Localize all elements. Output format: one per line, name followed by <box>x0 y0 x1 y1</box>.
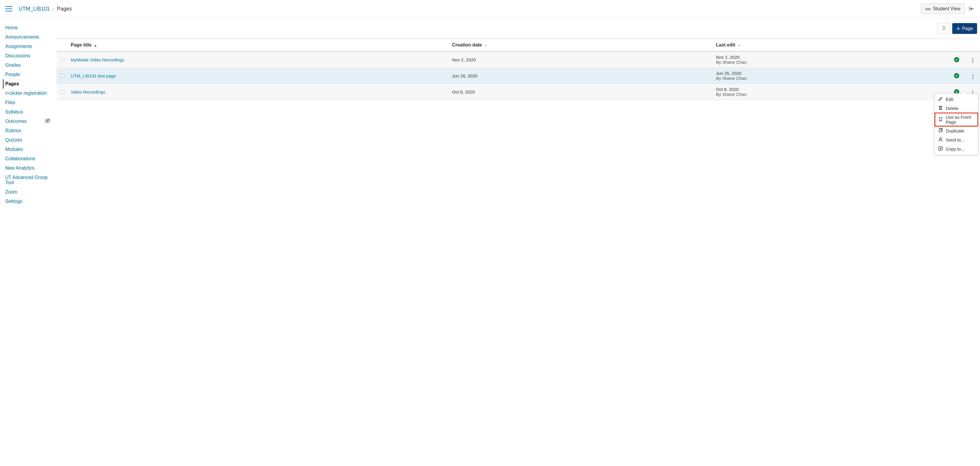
sidebar-item[interactable]: Collaborations <box>5 154 52 164</box>
sidebar-item[interactable]: Syllabus <box>5 107 52 117</box>
last-edit: Oct 8, 2020By Shane Chan <box>713 84 948 100</box>
sidebar-link[interactable]: Zoom <box>5 189 17 195</box>
trash-icon <box>938 105 943 111</box>
sidebar-item[interactable]: Grades <box>5 60 52 70</box>
page-title-link[interactable]: MyMedia Video Recordings <box>71 57 124 62</box>
sort-asc-icon: ▲ <box>94 44 97 47</box>
student-view-button[interactable]: Student View <box>921 3 965 14</box>
bookmark-icon <box>938 117 943 122</box>
sidebar-link[interactable]: Grades <box>5 62 21 68</box>
sidebar-link[interactable]: New Analytics <box>5 165 35 171</box>
sidebar-item[interactable]: Home <box>5 23 52 32</box>
context-menu-label: Duplicate <box>946 128 964 133</box>
sidebar-link[interactable]: Outcomes <box>5 119 27 124</box>
user-icon <box>938 137 943 143</box>
col-creation-label: Creation date <box>452 42 482 47</box>
context-menu-item[interactable]: Delete <box>935 104 978 113</box>
sidebar-item[interactable]: People <box>5 70 52 79</box>
duplicate-icon <box>938 128 943 134</box>
sidebar-link[interactable]: People <box>5 72 20 77</box>
svg-rect-3 <box>939 129 942 132</box>
breadcrumb-course-link[interactable]: UTM_LIB101 <box>19 6 50 12</box>
pages-table-wrap: Page title ▲ Creation date ▼ Last edit ▼ <box>57 38 980 100</box>
sidebar-item[interactable]: i>clicker registration <box>5 89 52 98</box>
row-checkbox[interactable] <box>60 90 64 94</box>
col-page-title-label: Page title <box>71 42 92 47</box>
context-menu-label: Edit <box>946 97 953 102</box>
row-checkbox[interactable] <box>60 57 64 61</box>
pages-table: Page title ▲ Creation date ▼ Last edit ▼ <box>57 39 980 100</box>
header-actions: Student View <box>921 3 975 14</box>
col-last-edit-label: Last edit <box>716 42 735 47</box>
sort-indicator-icon: ▼ <box>484 44 487 47</box>
sidebar-link[interactable]: Assignments <box>5 44 32 49</box>
sidebar-item[interactable]: Assignments <box>5 42 52 51</box>
col-last-edit[interactable]: Last edit ▼ <box>713 39 948 51</box>
sidebar-item[interactable]: Rubrics <box>5 126 52 135</box>
sidebar-link[interactable]: Announcements <box>5 35 39 40</box>
sidebar-item[interactable]: Zoom <box>5 188 52 197</box>
page-header: UTM_LIB101 › Pages Student View <box>0 0 980 18</box>
context-menu-item[interactable]: Send to... <box>935 135 978 145</box>
published-check-icon[interactable] <box>954 57 959 62</box>
add-page-button[interactable]: Page <box>952 23 977 34</box>
content-area: Page Page title ▲ Creation date ▼ <box>52 18 980 212</box>
breadcrumb-separator: › <box>52 6 54 11</box>
sidebar-link[interactable]: Pages <box>5 81 19 86</box>
page-title-link[interactable]: Video Recordings <box>71 89 105 94</box>
table-row: UTM_LIB101 test pageJun 26, 2020Jun 26, … <box>57 68 980 84</box>
student-view-label: Student View <box>933 6 961 11</box>
sidebar-item[interactable]: UT Advanced Group Tool <box>5 173 52 188</box>
sidebar-link[interactable]: Syllabus <box>5 109 23 115</box>
sidebar-link[interactable]: Home <box>5 25 18 30</box>
row-context-menu: EditDeleteUse as Front PageDuplicateSend… <box>934 93 978 155</box>
sidebar-link[interactable]: Discussions <box>5 53 30 59</box>
col-actions <box>966 39 980 51</box>
add-page-label: Page <box>962 26 973 31</box>
row-menu-button[interactable] <box>970 73 975 80</box>
copy-icon <box>938 146 943 152</box>
context-menu-item[interactable]: Edit <box>935 95 978 104</box>
sidebar-link[interactable]: Files <box>5 100 15 105</box>
main-layout: HomeAnnouncementsAssignmentsDiscussionsG… <box>0 18 980 212</box>
published-check-icon[interactable] <box>954 73 959 78</box>
sidebar-link[interactable]: Settings <box>5 199 22 204</box>
context-menu-label: Send to... <box>946 137 964 142</box>
sidebar-item[interactable]: Announcements <box>5 32 52 42</box>
row-checkbox[interactable] <box>60 74 64 78</box>
sidebar-item[interactable]: Settings <box>5 197 52 206</box>
sidebar-link[interactable]: Rubrics <box>5 128 21 133</box>
last-edit: Jun 26, 2020By Shane Chan <box>713 68 948 84</box>
collapse-panel-icon[interactable] <box>969 6 975 12</box>
sidebar-link[interactable]: Modules <box>5 147 23 152</box>
sidebar-item[interactable]: Outcomes <box>5 117 52 126</box>
sidebar-link[interactable]: Collaborations <box>5 156 35 161</box>
hamburger-menu-icon[interactable] <box>5 6 12 11</box>
breadcrumb-current: Pages <box>57 6 72 12</box>
delete-pages-button[interactable] <box>938 23 950 34</box>
svg-point-1 <box>929 8 930 10</box>
svg-point-0 <box>926 8 928 10</box>
creation-date: Nov 2, 2020 <box>449 51 713 68</box>
breadcrumb: UTM_LIB101 › Pages <box>19 6 921 12</box>
sidebar-item[interactable]: Modules <box>5 145 52 154</box>
col-checkbox <box>57 39 68 51</box>
sidebar-item[interactable]: Files <box>5 98 52 107</box>
sidebar-link[interactable]: Quizzes <box>5 137 22 143</box>
creation-date: Oct 8, 2020 <box>449 84 713 100</box>
sidebar-item[interactable]: New Analytics <box>5 164 52 173</box>
context-menu-item[interactable]: Duplicate <box>935 126 978 135</box>
context-menu-item[interactable]: Use as Front Page <box>935 113 978 126</box>
col-page-title[interactable]: Page title ▲ <box>68 39 449 51</box>
page-title-link[interactable]: UTM_LIB101 test page <box>71 73 116 78</box>
row-menu-button[interactable] <box>970 57 975 64</box>
sidebar-item[interactable]: Discussions <box>5 51 52 60</box>
col-status <box>948 39 966 51</box>
context-menu-item[interactable]: Copy to... <box>935 145 978 153</box>
sidebar-link[interactable]: i>clicker registration <box>5 91 47 96</box>
sidebar-item[interactable]: Quizzes <box>5 135 52 145</box>
context-menu-label: Copy to... <box>946 146 964 151</box>
col-creation-date[interactable]: Creation date ▼ <box>449 39 713 51</box>
sidebar-link[interactable]: UT Advanced Group Tool <box>5 175 52 185</box>
sidebar-item[interactable]: Pages <box>3 79 52 89</box>
